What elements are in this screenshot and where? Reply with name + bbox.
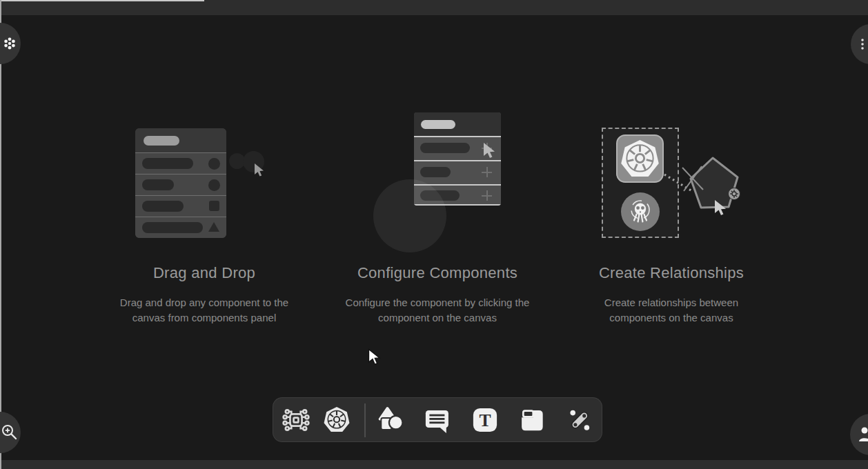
panel-row [135, 152, 226, 174]
text-tool-icon[interactable]: T [470, 405, 500, 435]
panel-row [135, 217, 226, 238]
svg-text:T: T [479, 410, 491, 430]
kubernetes-node [616, 134, 664, 183]
panel-row [135, 174, 226, 196]
triangle-shape [208, 222, 219, 232]
bottom-bar [0, 460, 868, 469]
top-edge-highlight [0, 0, 204, 1]
dotted-edge [664, 174, 692, 191]
row-label-placeholder [142, 179, 174, 190]
comment-icon[interactable] [422, 405, 453, 435]
edge-button-top-right[interactable] [851, 24, 868, 64]
card-title: Create Relationships [568, 264, 775, 282]
relationship-icon[interactable] [564, 405, 595, 435]
flower-icon [2, 36, 17, 51]
square-shape [209, 201, 219, 211]
drag-cursor-icon [254, 163, 266, 178]
card-title: Drag and Drop [101, 264, 308, 282]
squid-mascot-icon [621, 192, 660, 231]
pentagon-shape [691, 158, 738, 208]
dock-divider [364, 403, 366, 437]
panel-header [135, 128, 226, 152]
mouse-cursor-icon [368, 348, 383, 366]
card-description: Drag and drop any component to the canva… [108, 295, 301, 326]
panel-row [414, 160, 501, 184]
plus-icon [482, 190, 492, 201]
edge-button-bottom-left[interactable] [0, 412, 21, 453]
dots-icon [859, 37, 868, 51]
onboarding-card-drag-and-drop: Drag and Drop Drag and drop any componen… [101, 83, 308, 331]
user-icon [858, 426, 868, 443]
panel-row [135, 195, 226, 217]
circle-shape [208, 179, 220, 191]
top-bar [0, 0, 868, 15]
card-description: Configure the component by clicking the … [341, 295, 534, 326]
plus-icon [482, 167, 492, 177]
edge-button-bottom-right[interactable] [850, 414, 868, 455]
kubernetes-icon[interactable] [322, 405, 352, 435]
components-icon[interactable] [281, 405, 311, 435]
edge-button-top-left[interactable] [0, 23, 21, 64]
card-description: Create relationships between components … [575, 295, 768, 326]
row-label-placeholder [142, 222, 203, 233]
click-cursor-icon [483, 142, 498, 160]
card-title: Configure Components [334, 264, 541, 282]
panel-title-placeholder [421, 120, 455, 129]
panel-title-placeholder [144, 136, 179, 146]
circle-shape [208, 158, 220, 170]
row-label-placeholder [420, 167, 451, 177]
row-label-placeholder [142, 158, 193, 169]
panel-header [414, 112, 501, 136]
row-label-placeholder [142, 201, 184, 212]
note-icon[interactable] [517, 405, 548, 435]
gear-handle-icon [729, 188, 740, 200]
shapes-icon[interactable] [376, 405, 406, 435]
left-edge-highlight [0, 0, 1, 469]
kubernetes-icon [618, 136, 662, 181]
design-canvas[interactable]: Drag and Drop Drag and drop any componen… [0, 0, 868, 469]
onboarding-card-configure-components: Configure Components Configure the compo… [334, 83, 541, 331]
components-panel-illustration [135, 128, 226, 238]
row-label-placeholder [420, 143, 470, 153]
zoom-in-icon [1, 423, 19, 441]
component-ghost-circle [373, 179, 446, 252]
onboarding-card-create-relationships: Create Relationships Create relationship… [568, 83, 775, 331]
tools-dock: T [273, 397, 602, 442]
meshery-node [621, 192, 660, 231]
